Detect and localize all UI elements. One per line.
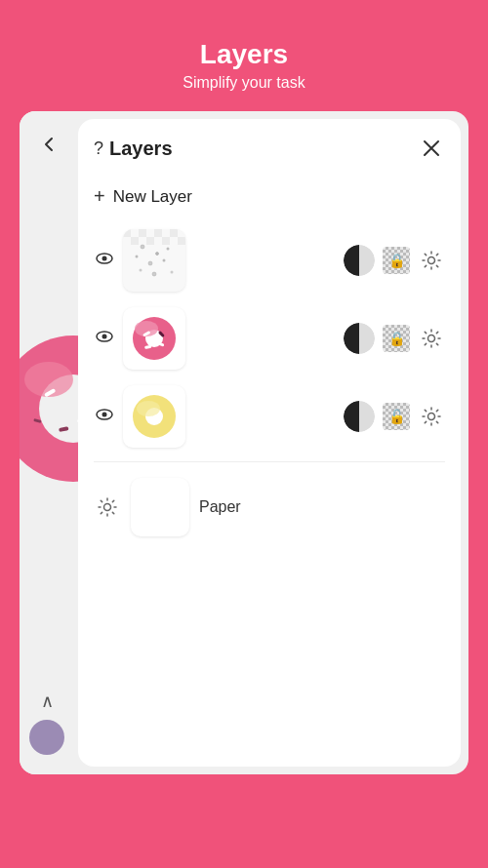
svg-point-28 — [171, 271, 174, 274]
blend-mode-icon[interactable] — [344, 323, 375, 354]
blend-mode-icon[interactable] — [344, 401, 375, 432]
svg-rect-15 — [170, 229, 178, 237]
paper-label: Paper — [199, 498, 241, 516]
lock-icon: 🔓 — [388, 409, 405, 424]
layers-panel: ? Layers + New Layer — [78, 119, 461, 767]
new-layer-label: New Layer — [113, 187, 192, 207]
svg-rect-17 — [146, 237, 154, 245]
svg-point-40 — [428, 335, 435, 342]
panel-title: Layers — [109, 138, 173, 160]
new-layer-button[interactable]: + New Layer — [94, 178, 445, 216]
page-title: Layers — [183, 39, 305, 70]
svg-rect-13 — [139, 229, 146, 237]
layer-thumbnail[interactable] — [123, 385, 185, 448]
back-button[interactable] — [31, 127, 66, 162]
layer-row: 🔓 — [94, 379, 445, 454]
layer-row: 🔒 — [94, 301, 445, 375]
svg-point-42 — [102, 413, 107, 417]
svg-rect-18 — [162, 237, 170, 245]
page-subtitle: Simplify your task — [183, 74, 305, 92]
svg-point-10 — [102, 256, 107, 261]
left-sidebar: ∧ — [20, 111, 78, 774]
svg-rect-12 — [123, 229, 131, 237]
svg-point-22 — [148, 261, 152, 265]
svg-point-29 — [428, 257, 435, 264]
svg-point-20 — [141, 245, 144, 249]
visibility-toggle[interactable] — [94, 404, 115, 429]
blend-mode-icon[interactable] — [344, 245, 375, 276]
svg-point-21 — [156, 253, 159, 256]
svg-point-47 — [428, 414, 435, 420]
paper-settings-button[interactable] — [94, 493, 121, 521]
paper-layer-row: Paper — [94, 470, 445, 544]
close-button[interactable] — [418, 135, 445, 162]
svg-point-25 — [167, 248, 170, 251]
svg-rect-16 — [131, 237, 139, 245]
visibility-toggle[interactable] — [94, 248, 115, 273]
main-card: ∧ ? Layers + New Layer — [20, 111, 468, 774]
header: Layers Simplify your task — [163, 0, 324, 111]
svg-point-48 — [104, 504, 111, 511]
bottom-controls: ∧ — [29, 690, 64, 755]
lock-button[interactable]: 🔒 — [381, 323, 412, 354]
svg-point-31 — [102, 335, 107, 339]
layer-settings-button[interactable] — [418, 325, 445, 352]
layer-thumbnail[interactable] — [123, 229, 185, 292]
layer-settings-button[interactable] — [418, 247, 445, 274]
layer-settings-button[interactable] — [418, 403, 445, 430]
layer-controls: 🔒 — [344, 323, 445, 354]
paper-thumbnail[interactable] — [131, 478, 189, 536]
layer-row: 🔒 — [94, 223, 445, 297]
svg-point-27 — [136, 256, 139, 258]
panel-title-row: ? Layers — [94, 138, 173, 160]
lock-icon: 🔒 — [388, 331, 405, 346]
lock-button[interactable]: 🔓 — [381, 401, 412, 432]
svg-point-26 — [152, 272, 156, 276]
visibility-toggle[interactable] — [94, 326, 115, 351]
svg-rect-19 — [178, 237, 185, 245]
layer-thumbnail[interactable] — [123, 307, 185, 370]
divider — [94, 461, 445, 462]
svg-point-46 — [137, 401, 160, 416]
collapse-button[interactable]: ∧ — [41, 690, 54, 712]
layer-controls: 🔒 — [344, 245, 445, 276]
svg-point-23 — [163, 259, 166, 262]
lock-button[interactable]: 🔒 — [381, 245, 412, 276]
layer-controls: 🔓 — [344, 401, 445, 432]
panel-header: ? Layers — [94, 135, 445, 162]
plus-icon: + — [94, 185, 105, 208]
svg-rect-14 — [154, 229, 162, 237]
help-icon[interactable]: ? — [94, 138, 103, 159]
lock-icon: 🔒 — [388, 253, 405, 268]
svg-point-24 — [140, 269, 142, 272]
color-circle[interactable] — [29, 720, 64, 755]
